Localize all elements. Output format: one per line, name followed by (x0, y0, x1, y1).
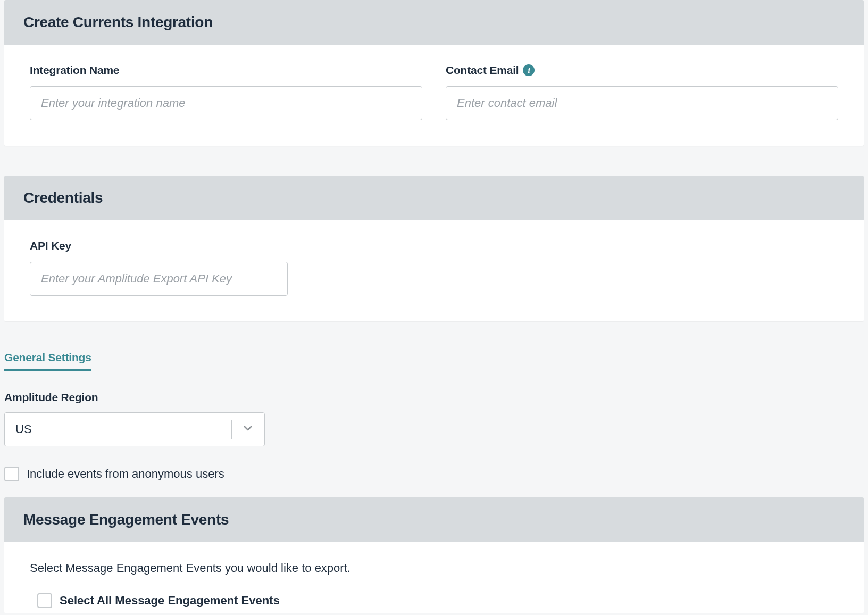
integration-name-label: Integration Name (30, 64, 422, 77)
amplitude-region-value: US (15, 422, 32, 436)
create-integration-body: Integration Name Contact Email i (4, 45, 864, 146)
select-all-events-row: Select All Message Engagement Events (30, 593, 838, 608)
api-key-label: API Key (30, 239, 838, 252)
integration-name-input[interactable] (30, 86, 422, 120)
anonymous-users-checkbox[interactable] (4, 467, 19, 481)
amplitude-region-select[interactable]: US (4, 412, 265, 446)
credentials-body: API Key (4, 220, 864, 321)
create-integration-card: Create Currents Integration Integration … (4, 0, 864, 146)
credentials-title: Credentials (23, 189, 845, 206)
contact-email-input[interactable] (446, 86, 838, 120)
message-events-description: Select Message Engagement Events you wou… (30, 561, 838, 575)
credentials-card: Credentials API Key (4, 176, 864, 321)
message-events-title: Message Engagement Events (23, 511, 845, 528)
select-all-events-checkbox[interactable] (37, 593, 52, 608)
anonymous-users-label: Include events from anonymous users (27, 467, 224, 481)
message-events-body: Select Message Engagement Events you wou… (4, 542, 864, 613)
select-all-events-label: Select All Message Engagement Events (60, 594, 280, 608)
amplitude-region-select-wrap: US (4, 412, 265, 446)
api-key-field: API Key (30, 239, 838, 296)
message-events-header: Message Engagement Events (4, 497, 864, 542)
integration-fields-row: Integration Name Contact Email i (30, 64, 838, 120)
integration-name-field: Integration Name (30, 64, 422, 120)
api-key-input[interactable] (30, 262, 288, 296)
contact-email-field: Contact Email i (446, 64, 838, 120)
contact-email-label: Contact Email (446, 64, 519, 77)
tabs-container: General Settings (0, 351, 868, 381)
general-settings-block: Amplitude Region US Include events from … (0, 381, 868, 497)
contact-email-label-wrap: Contact Email i (446, 64, 535, 77)
create-integration-header: Create Currents Integration (4, 0, 864, 45)
create-integration-title: Create Currents Integration (23, 14, 845, 31)
tab-general-settings[interactable]: General Settings (4, 351, 91, 371)
credentials-header: Credentials (4, 176, 864, 220)
anonymous-users-row: Include events from anonymous users (4, 467, 864, 481)
message-events-card: Message Engagement Events Select Message… (4, 497, 864, 613)
amplitude-region-label: Amplitude Region (4, 391, 864, 404)
info-icon[interactable]: i (523, 64, 535, 76)
